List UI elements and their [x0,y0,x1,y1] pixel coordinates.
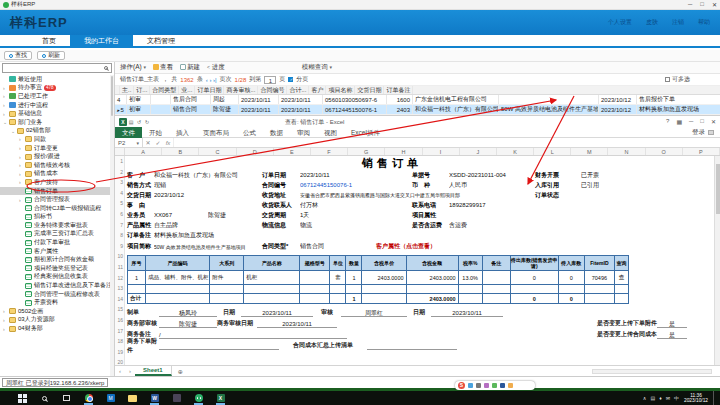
row-number-label[interactable]: 18 [115,336,124,347]
start-button[interactable] [16,392,29,405]
tray-icon[interactable]: ♦ [659,395,662,401]
formula-input[interactable] [173,138,720,147]
sidebar-tree-item[interactable]: 招标书 [0,213,110,222]
column-letter[interactable]: L [534,148,571,155]
window-control-button[interactable]: ✕ [712,1,717,8]
taskbar-search-button[interactable] [38,392,51,405]
sidebar-tree-item[interactable]: › 合同管理报表 [0,195,110,204]
word-app[interactable]: W [148,392,161,405]
tray-icon[interactable]: ∧ [643,395,647,401]
column-letter[interactable]: M [571,148,608,155]
goto-page-input[interactable]: 1 [264,76,276,84]
column-letter[interactable]: P [683,148,720,155]
keyboard-icon[interactable] [476,383,481,388]
show-desktop-button[interactable] [713,391,716,405]
sidebar-tree-item[interactable]: 销售订单 [0,187,110,196]
sidebar-tree-item[interactable]: 期初累计合同有效金额 [0,255,110,264]
view-button[interactable]: 查看 [153,63,173,72]
taskbar-clock[interactable]: 11:362023/10/12 [684,393,708,404]
search-icon[interactable] [104,66,108,70]
row-number-label[interactable]: 20 [115,357,124,365]
column-header[interactable]: 合同编号 [258,86,287,94]
excel-window-control[interactable]: ✕ [711,118,716,125]
row-number-label[interactable]: 4 [115,188,124,199]
row-number-label[interactable]: 11 [115,262,124,273]
sidebar-tree-item[interactable]: 最近使用 [0,75,110,84]
sheet-tab[interactable]: Sheet1 [135,366,172,376]
banner-link[interactable]: 注销 [672,18,684,27]
new-button[interactable]: 新建 [180,63,200,72]
sidebar-scrollbar[interactable] [110,75,114,376]
file-explorer-app[interactable] [126,392,139,405]
ribbon-tab[interactable]: Excel插件 [344,127,387,138]
sidebar-tree-item[interactable]: › 销售绩效考核 [0,161,110,170]
sidebar-tree-item[interactable]: 付款下单审批 [0,238,110,247]
redo-icon[interactable]: ↻ [143,118,151,126]
tray-icon[interactable]: ▤ [650,395,655,401]
row-number-label[interactable]: 10 [115,251,124,262]
column-header[interactable]: 项目名称 [326,86,355,94]
ribbon-tab[interactable]: 视图 [317,127,344,138]
row-number-label[interactable]: 2 [115,167,124,178]
select-all-corner[interactable] [115,148,125,155]
input-method-bar[interactable]: S [455,381,535,390]
row-number-label[interactable]: 12 [115,273,124,284]
quick-button[interactable]: 刷新 [37,51,65,60]
row-number-label[interactable]: 9 [115,241,124,252]
column-letter[interactable]: E [274,148,311,155]
pager-arrow-button[interactable]: ‹ [206,77,208,83]
row-number-label[interactable]: 13 [115,283,124,294]
row-number-label[interactable]: 15 [115,304,124,315]
chrome-app[interactable] [82,392,95,405]
row-number-label[interactable]: 7 [115,220,124,231]
fx-icon[interactable]: fx [163,140,173,146]
sidebar-tree-item[interactable]: › 0502企画 [0,307,110,316]
row-number-label[interactable]: 19 [115,347,124,358]
ribbon-tab[interactable]: 数据 [263,127,290,138]
column-letter[interactable]: G [348,148,385,155]
window-control-button[interactable]: ─ [688,1,692,8]
column-letter[interactable]: O [646,148,683,155]
column-header[interactable]: 商务审核... [224,86,258,94]
pager-arrow-button[interactable]: ›| [213,77,217,83]
banner-link[interactable]: 个人设置 [608,18,632,27]
column-header[interactable]: 合同类型 [150,86,179,94]
quick-button[interactable]: 查找 [4,51,32,60]
column-letter[interactable]: I [423,148,460,155]
sheet-area[interactable]: 1234567891011121314151617181920 销售订单 客 户… [115,156,714,365]
dark-app[interactable] [170,392,183,405]
table-row-selected[interactable]: ▸5 初审 销售合同 陈贺捷 2023/10/11 2023/10/11 067… [115,105,720,115]
input-mode-icon[interactable] [468,383,473,388]
ribbon-tab[interactable]: 文件 [115,127,142,138]
row-number-label[interactable]: 14 [115,294,124,305]
mic-icon[interactable] [492,383,497,388]
ribbon-tab[interactable]: 审阅 [290,127,317,138]
sidebar-tree-item[interactable]: 完成率三资订单汇总表 [0,230,110,239]
column-letter[interactable]: D [237,148,274,155]
sidebar-tree-item[interactable]: 合同管理一级流程修改表 [0,290,110,299]
sidebar-tree-item[interactable]: 开票资料 [0,298,110,307]
column-header[interactable]: 主.. [120,86,134,94]
column-header[interactable]: 订单日期 [195,86,224,94]
sidebar-tree-item[interactable]: 销售订单改进信息及下单备注表 [0,281,110,290]
sidebar-tree-item[interactable]: › 进行中流程 [0,101,110,110]
column-header[interactable]: 业... [179,86,195,94]
column-letter[interactable]: F [311,148,348,155]
sheet-nav-left-icon[interactable]: ‹ [115,368,125,374]
sidebar-tree-item[interactable]: › 基础信息 [0,109,110,118]
task-view-button[interactable] [60,392,73,405]
banner-link[interactable]: 帮助 [698,18,710,27]
row-number-label[interactable]: 1 [115,156,124,167]
sidebar-tree-item[interactable]: › 回款 [0,135,110,144]
settings-icon[interactable] [500,383,505,388]
excel-window-control[interactable]: □ [700,118,704,125]
fuzzy-search-dropdown[interactable]: 模糊查询 ▾ [302,63,332,72]
item-query-button[interactable]: 查 [614,271,628,285]
column-letter[interactable]: A [125,148,162,155]
excel-horizontal-scrollbar[interactable] [592,369,712,374]
window-control-button[interactable]: □ [700,1,704,8]
sidebar-tree-item[interactable]: › 03人力资源部 [0,316,110,325]
row-number-label[interactable]: 17 [115,326,124,337]
sidebar-tree-item[interactable]: › 订单变更 [0,144,110,153]
sidebar-tree-item[interactable]: › 已处理工作 [0,92,110,101]
